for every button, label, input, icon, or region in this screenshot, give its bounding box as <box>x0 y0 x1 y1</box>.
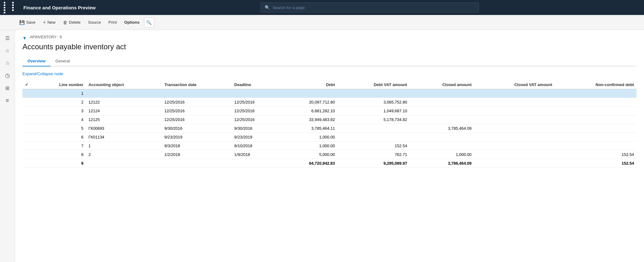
col-header-non-confirmed: Non-confirmed debt <box>555 80 637 89</box>
search-bar[interactable]: 🔍 <box>261 2 479 12</box>
expand-collapse-button[interactable]: Expand/Collapse node <box>22 71 63 76</box>
data-table: ✓ Line number Accounting object Transact… <box>22 80 637 168</box>
tabs-container: Overview General <box>22 56 637 66</box>
table-row[interactable]: 5ГК006939/30/20169/30/20163,785,464.113,… <box>22 124 637 133</box>
toolbar-search-button[interactable]: 🔍 <box>144 17 154 27</box>
tab-general[interactable]: General <box>50 56 75 66</box>
col-header-debt-vat: Debt VAT amount <box>338 80 410 89</box>
table-row[interactable]: 821/2/20181/9/20185,000.00762.711,000.00… <box>22 150 637 159</box>
content-area: ▼ APINVENTORY : 9 Accounts payable inven… <box>15 30 644 262</box>
save-button[interactable]: 💾 Save <box>16 18 39 27</box>
workspaces-icon[interactable]: ⊞ <box>2 82 13 94</box>
search-icon: 🔍 <box>265 5 270 10</box>
source-button[interactable]: Source <box>85 18 104 27</box>
table-row[interactable]: 1 <box>22 89 637 98</box>
top-bar: Finance and Operations Preview 🔍 <box>0 0 644 15</box>
sidebar: ☰ ⌂ ☆ ◷ ⊞ ≡ <box>0 30 15 262</box>
delete-button[interactable]: 🗑 Delete <box>60 18 84 27</box>
app-grid-icon[interactable] <box>4 2 20 13</box>
delete-icon: 🗑 <box>63 20 67 25</box>
modules-icon[interactable]: ≡ <box>2 95 13 106</box>
new-icon: + <box>43 20 46 25</box>
breadcrumb: APINVENTORY : 9 <box>30 35 62 39</box>
save-icon: 💾 <box>19 20 25 25</box>
col-header-deadline: Deadline <box>232 80 279 89</box>
toolbar: 💾 Save + New 🗑 Delete Source Print Optio… <box>0 15 644 30</box>
table-row[interactable]: 964,720,942.839,295,089.973,786,464.0915… <box>22 159 637 168</box>
recent-icon[interactable]: ◷ <box>2 70 13 81</box>
col-header-closed-amount: Closed amount <box>410 80 474 89</box>
app-title: Finance and Operations Preview <box>23 5 96 10</box>
col-header-accounting-object: Accounting object <box>86 80 162 89</box>
table-row[interactable]: 21212212/25/201612/25/201620,097,712.803… <box>22 98 637 107</box>
table-row[interactable]: 41212512/25/201612/25/201633,949,483.825… <box>22 115 637 124</box>
page-title: Accounts payable inventory act <box>22 42 637 51</box>
col-header-debt: Debt <box>279 80 337 89</box>
tab-overview[interactable]: Overview <box>22 56 50 66</box>
col-header-check: ✓ <box>22 80 31 89</box>
filter-icon[interactable]: ▼ <box>22 36 27 41</box>
search-input[interactable] <box>272 5 475 10</box>
new-button[interactable]: + New <box>40 18 59 27</box>
main-layout: ☰ ⌂ ☆ ◷ ⊞ ≡ ▼ APINVENTORY : 9 Accounts p… <box>0 30 644 262</box>
table-row[interactable]: 31212412/25/201612/25/20166,881,282.101,… <box>22 107 637 115</box>
col-header-transaction-date: Transaction date <box>162 80 232 89</box>
table-row[interactable]: 719/3/20189/10/20181,000.00152.54 <box>22 142 637 150</box>
options-button[interactable]: Options <box>121 18 143 27</box>
col-header-line-number: Line number <box>31 80 86 89</box>
print-button[interactable]: Print <box>105 18 120 27</box>
col-header-closed-vat: Closed VAT amount <box>474 80 555 89</box>
favorites-icon[interactable]: ☆ <box>2 57 13 69</box>
hamburger-icon[interactable]: ☰ <box>2 32 13 44</box>
table-row[interactable]: 6ГК011349/23/20199/23/20191,000.00 <box>22 133 637 142</box>
home-icon[interactable]: ⌂ <box>2 45 13 56</box>
